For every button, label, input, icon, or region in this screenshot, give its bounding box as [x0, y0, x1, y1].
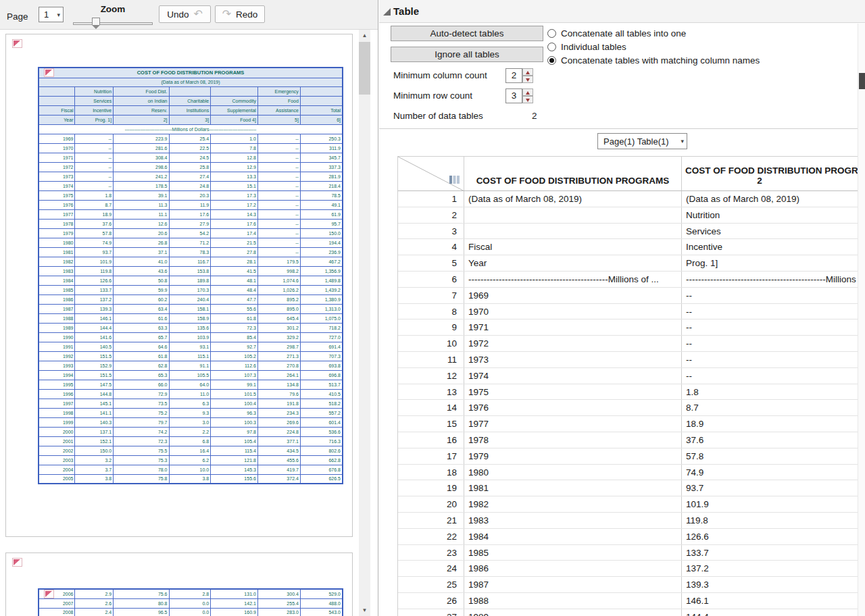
- zoom-slider-track[interactable]: [73, 22, 153, 25]
- grid-cell[interactable]: 1983: [464, 513, 682, 528]
- preview-table-1[interactable]: COST OF FOOD DISTRIBUTION PROGRAMS(Data …: [38, 67, 343, 484]
- grid-cell[interactable]: (Data as of March 08, 2019): [682, 191, 865, 207]
- undo-button[interactable]: Undo ↶: [159, 5, 211, 23]
- grid-cell[interactable]: 133.7: [682, 545, 865, 561]
- grid-cell[interactable]: ----------------------------------------…: [682, 272, 865, 287]
- stepper-down-icon[interactable]: [522, 76, 533, 83]
- pdf-page-1[interactable]: COST OF FOOD DISTRIBUTION PROGRAMS(Data …: [5, 34, 353, 537]
- grid-cell[interactable]: 101.9: [682, 496, 865, 512]
- table-row[interactable]: 201982101.9: [398, 496, 865, 513]
- scrollbar-thumb[interactable]: [859, 73, 865, 89]
- table-row[interactable]: 251987139.3: [398, 577, 865, 593]
- grid-cell[interactable]: 1970: [464, 304, 682, 319]
- grid-cell[interactable]: Services: [682, 224, 865, 239]
- row-number-cell[interactable]: 26: [398, 593, 464, 609]
- select-columns-icon[interactable]: [449, 175, 460, 184]
- column-header-1[interactable]: COST OF FOOD DISTRIBUTION PROGRAMS: [464, 157, 682, 190]
- row-number-cell[interactable]: 2: [398, 207, 464, 223]
- grid-cell[interactable]: [464, 224, 682, 239]
- auto-detect-tables-button[interactable]: Auto-detect tables: [391, 26, 543, 41]
- grid-cell[interactable]: 8.7: [682, 400, 865, 415]
- zoom-slider-thumb[interactable]: [92, 18, 100, 25]
- table-row[interactable]: 17197957.8: [398, 448, 865, 465]
- grid-cell[interactable]: --: [682, 336, 865, 351]
- grid-cell[interactable]: 1975: [464, 384, 682, 400]
- row-number-cell[interactable]: 14: [398, 400, 464, 415]
- row-number-cell[interactable]: 13: [398, 384, 464, 400]
- grid-cell[interactable]: 1982: [464, 496, 682, 512]
- table-row[interactable]: 261988146.1: [398, 593, 865, 609]
- radio-icon[interactable]: [547, 29, 556, 38]
- grid-cell[interactable]: 1984: [464, 529, 682, 544]
- table-row[interactable]: 221984126.6: [398, 529, 865, 545]
- table-row[interactable]: 121974--: [398, 368, 865, 384]
- table-panel-header[interactable]: Table: [379, 0, 865, 23]
- page-marker-icon[interactable]: [12, 39, 22, 48]
- grid-cell[interactable]: ----------------------------------------…: [464, 272, 682, 287]
- row-number-cell[interactable]: 4: [398, 239, 464, 255]
- grid-cell[interactable]: 126.6: [682, 529, 865, 544]
- grid-cell[interactable]: 1972: [464, 336, 682, 351]
- stepper-up-icon[interactable]: [522, 68, 533, 76]
- grid-cell[interactable]: --: [682, 368, 865, 384]
- grid-cell[interactable]: 137.2: [682, 561, 865, 576]
- grid-cell[interactable]: 1986: [464, 561, 682, 576]
- grid-cell[interactable]: 1988: [464, 593, 682, 609]
- row-number-cell[interactable]: 16: [398, 432, 464, 448]
- grid-cell[interactable]: 1979: [464, 448, 682, 464]
- radio-icon[interactable]: [547, 43, 556, 51]
- grid-cell[interactable]: Incentive: [682, 239, 865, 255]
- ignore-all-tables-button[interactable]: Ignore all tables: [391, 47, 543, 62]
- grid-cell[interactable]: 144.4: [682, 609, 865, 616]
- table-row[interactable]: 91971--: [398, 319, 865, 336]
- table-row[interactable]: 231985133.7: [398, 545, 865, 561]
- grid-cell[interactable]: 57.8: [682, 448, 865, 464]
- grid-cell[interactable]: (Data as of March 08, 2019): [464, 191, 682, 207]
- page-marker-icon[interactable]: [12, 558, 22, 567]
- grid-cell[interactable]: --: [682, 319, 865, 335]
- row-number-cell[interactable]: 5: [398, 255, 464, 271]
- grid-cell[interactable]: 1980: [464, 465, 682, 480]
- grid-cell[interactable]: 1977: [464, 416, 682, 432]
- row-number-cell[interactable]: 11: [398, 352, 464, 367]
- table-row[interactable]: 81970--: [398, 304, 865, 320]
- grid-cell[interactable]: Year: [464, 255, 682, 271]
- grid-cell[interactable]: --: [682, 304, 865, 319]
- table-row[interactable]: 1(Data as of March 08, 2019)(Data as of …: [398, 191, 865, 207]
- grid-cell[interactable]: 1976: [464, 400, 682, 415]
- preview-table-2[interactable]: 20062.975.62.8131.0300.4529.020072.680.8…: [38, 588, 343, 616]
- radio-option[interactable]: Concatenate all tables into one: [547, 26, 760, 40]
- row-number-cell[interactable]: 9: [398, 319, 464, 335]
- grid-cell[interactable]: 1973: [464, 352, 682, 367]
- table-row[interactable]: 15197718.9: [398, 416, 865, 432]
- row-number-cell[interactable]: 22: [398, 529, 464, 544]
- page-table-selector[interactable]: Page(1) Table(1) ▾: [597, 133, 687, 149]
- table-row[interactable]: 18198074.9: [398, 465, 865, 481]
- preview-scrollbar[interactable]: ▲ ▼: [359, 30, 370, 616]
- row-number-cell[interactable]: 3: [398, 224, 464, 239]
- table-row[interactable]: 101972--: [398, 336, 865, 352]
- row-number-cell[interactable]: 25: [398, 577, 464, 592]
- table-marker-icon[interactable]: [44, 68, 54, 77]
- grid-cell[interactable]: 18.9: [682, 416, 865, 432]
- scrollbar-thumb[interactable]: [359, 42, 370, 95]
- row-number-cell[interactable]: 21: [398, 513, 464, 528]
- row-number-cell[interactable]: 27: [398, 609, 464, 616]
- scroll-up-icon[interactable]: ▲: [359, 30, 370, 41]
- grid-cell[interactable]: 1978: [464, 432, 682, 448]
- grid-cell[interactable]: Prog. 1]: [682, 255, 865, 271]
- row-number-cell[interactable]: 7: [398, 288, 464, 303]
- grid-cell[interactable]: 1989: [464, 609, 682, 616]
- table-marker-icon[interactable]: [44, 590, 54, 598]
- grid-cell[interactable]: 74.9: [682, 465, 865, 480]
- row-number-cell[interactable]: 20: [398, 496, 464, 512]
- grid-cell[interactable]: Fiscal: [464, 239, 682, 255]
- grid-cell[interactable]: 146.1: [682, 593, 865, 609]
- min-column-count-input[interactable]: 2: [505, 68, 522, 83]
- radio-icon[interactable]: [547, 56, 556, 65]
- grid-cell[interactable]: 1969: [464, 288, 682, 303]
- table-row[interactable]: 241986137.2: [398, 561, 865, 577]
- row-number-cell[interactable]: 24: [398, 561, 464, 576]
- detected-table-2[interactable]: 20062.975.62.8131.0300.4529.020072.680.8…: [38, 588, 343, 616]
- column-header-2[interactable]: COST OF FOOD DISTRIBUTION PROGRAMS 2: [682, 157, 865, 190]
